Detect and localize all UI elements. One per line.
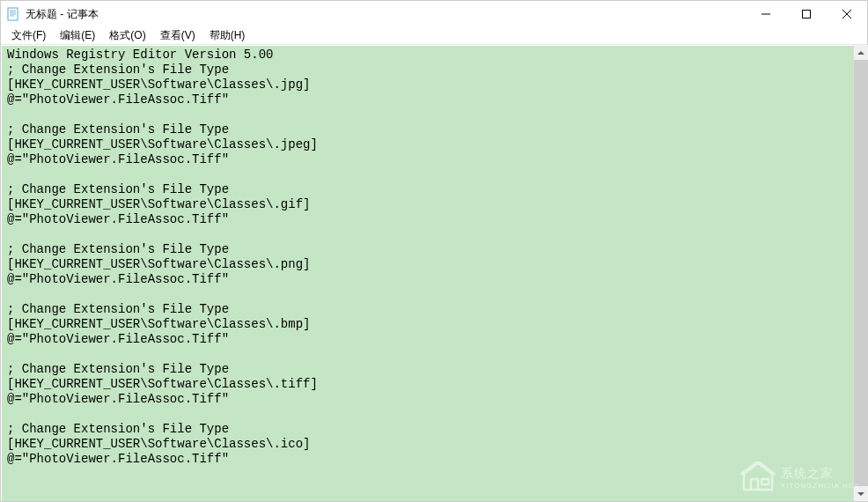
menubar: 文件(F) 编辑(E) 格式(O) 查看(V) 帮助(H) [1,27,867,45]
scroll-up-arrow[interactable] [854,45,868,60]
svg-rect-6 [803,11,811,18]
notepad-icon [6,7,20,21]
menu-view[interactable]: 查看(V) [153,26,202,45]
scroll-down-arrow[interactable] [854,486,868,501]
menu-format[interactable]: 格式(O) [102,26,152,45]
maximize-button[interactable] [786,1,827,27]
vertical-scrollbar[interactable] [853,45,868,501]
titlebar: 无标题 - 记事本 [1,1,867,27]
menu-file[interactable]: 文件(F) [4,26,53,45]
close-button[interactable] [827,1,867,27]
text-editor[interactable]: Windows Registry Editor Version 5.00 ; C… [2,46,866,502]
scroll-thumb[interactable] [854,60,868,486]
window-title: 无标题 - 记事本 [26,7,746,22]
menu-edit[interactable]: 编辑(E) [53,26,102,45]
menu-help[interactable]: 帮助(H) [202,26,253,45]
minimize-button[interactable] [746,1,786,27]
window-controls [746,1,867,27]
